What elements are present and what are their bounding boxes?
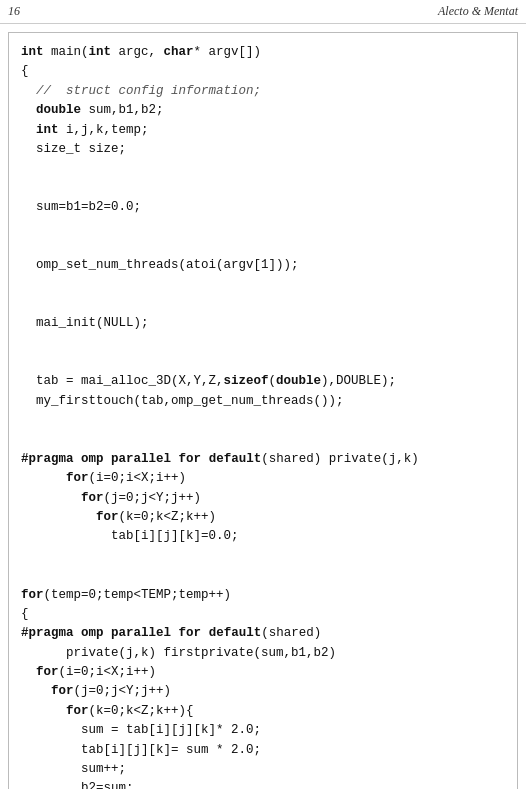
- code-line-20: for(k=0;k<Z;k++): [21, 510, 216, 524]
- code-line-5: int i,j,k,temp;: [21, 123, 149, 137]
- code-line-23: for(temp=0;temp<TEMP;temp++): [21, 588, 231, 602]
- code-block: int main(int argc, char* argv[]) { // st…: [21, 43, 505, 789]
- code-line-30: sum = tab[i][j][k]* 2.0;: [21, 723, 261, 737]
- code-line-27: for(i=0;i<X;i++): [21, 665, 156, 679]
- code-line-2: {: [21, 64, 29, 78]
- header-bar: 16 Alecto & Mentat: [0, 0, 526, 24]
- code-line-6: size_t size;: [21, 142, 126, 156]
- code-line-19: for(j=0;j<Y;j++): [21, 491, 201, 505]
- code-line-17: #pragma omp parallel for default(shared)…: [21, 452, 419, 466]
- code-line-32: sum++;: [21, 762, 126, 776]
- code-line-15: my_firsttouch(tab,omp_get_num_threads())…: [21, 394, 344, 408]
- code-line-24: {: [21, 607, 29, 621]
- code-line-3: // struct config information;: [21, 84, 261, 98]
- code-line-12: mai_init(NULL);: [21, 316, 149, 330]
- page: 16 Alecto & Mentat int main(int argc, ch…: [0, 0, 526, 789]
- code-container: int main(int argc, char* argv[]) { // st…: [8, 32, 518, 789]
- code-line-4: double sum,b1,b2;: [21, 103, 164, 117]
- code-line-8: sum=b1=b2=0.0;: [21, 200, 141, 214]
- code-line-25: #pragma omp parallel for default(shared): [21, 626, 321, 640]
- code-line-31: tab[i][j][k]= sum * 2.0;: [21, 743, 261, 757]
- code-line-1: int main(int argc, char* argv[]): [21, 45, 261, 59]
- code-line-29: for(k=0;k<Z;k++){: [21, 704, 194, 718]
- header-title: Alecto & Mentat: [438, 4, 518, 19]
- code-line-26: private(j,k) firstprivate(sum,b1,b2): [21, 646, 336, 660]
- code-line-10: omp_set_num_threads(atoi(argv[1]));: [21, 258, 299, 272]
- code-line-28: for(j=0;j<Y;j++): [21, 684, 171, 698]
- code-line-14: tab = mai_alloc_3D(X,Y,Z,sizeof(double),…: [21, 374, 396, 388]
- code-line-33: b2=sum;: [21, 781, 134, 789]
- code-line-21: tab[i][j][k]=0.0;: [21, 529, 239, 543]
- code-line-18: for(i=0;i<X;i++): [21, 471, 186, 485]
- header-page-number: 16: [8, 4, 20, 19]
